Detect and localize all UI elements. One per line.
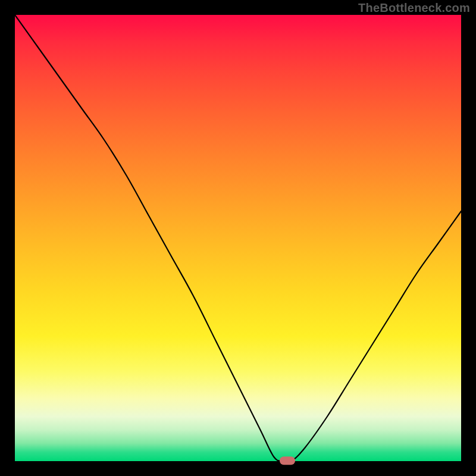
bottleneck-curve	[15, 15, 461, 461]
chart-frame: TheBottleneck.com	[0, 0, 476, 476]
watermark-text: TheBottleneck.com	[358, 1, 470, 15]
plot-area	[15, 15, 461, 461]
optimal-point-marker	[280, 456, 295, 465]
curve-layer	[15, 15, 461, 461]
